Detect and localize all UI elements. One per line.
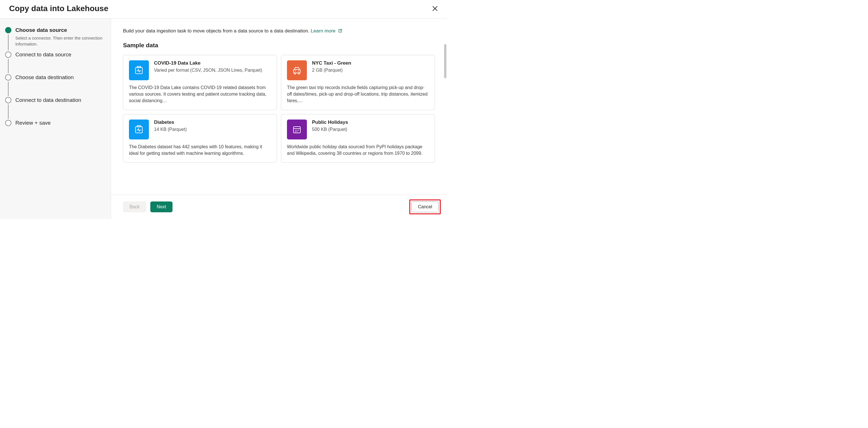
card-subtitle: 14 KB (Parquet) <box>154 126 187 133</box>
card-nyc-taxi-green[interactable]: NYC Taxi - Green 2 GB (Parquet) The gree… <box>281 55 435 110</box>
step-choose-data-source[interactable]: Choose data source Select a connector. T… <box>5 27 105 52</box>
sample-data-cards: COVID-19 Data Lake Varied per format (CS… <box>123 55 435 163</box>
cancel-highlight: Cancel <box>409 199 441 214</box>
step-connect-data-source[interactable]: Connect to data source <box>5 52 105 74</box>
dialog-title: Copy data into Lakehouse <box>9 4 108 13</box>
card-subtitle: Varied per format (CSV, JSON, JSON Lines… <box>154 67 262 73</box>
card-public-holidays[interactable]: Public Holidays 500 KB (Parquet) Worldwi… <box>281 114 435 163</box>
svg-point-12 <box>295 131 296 132</box>
step-choose-data-destination[interactable]: Choose data destination <box>5 74 105 97</box>
wizard-steps-sidebar: Choose data source Select a connector. T… <box>0 19 111 219</box>
back-button[interactable]: Back <box>123 201 146 212</box>
step-dot-icon <box>5 97 11 103</box>
svg-point-10 <box>297 130 298 131</box>
step-title: Choose data destination <box>16 74 74 80</box>
next-button[interactable]: Next <box>150 201 173 212</box>
health-pulse-icon <box>129 60 149 80</box>
svg-point-9 <box>295 130 296 131</box>
svg-point-2 <box>294 73 296 74</box>
card-diabetes[interactable]: Diabetes 14 KB (Parquet) The Diabetes da… <box>123 114 277 163</box>
cancel-button[interactable]: Cancel <box>411 201 439 212</box>
taxi-icon <box>287 60 307 80</box>
step-dot-icon <box>5 120 11 126</box>
svg-point-3 <box>298 73 300 74</box>
svg-point-11 <box>298 130 299 131</box>
card-description: The Diabetes dataset has 442 samples wit… <box>129 143 271 157</box>
card-description: The COVID-19 Data Lake contains COVID-19… <box>129 84 271 104</box>
step-title: Choose data source <box>16 27 105 33</box>
intro-text: Build your data ingestion task to move o… <box>123 28 435 34</box>
step-title: Review + save <box>16 120 51 126</box>
card-title: COVID-19 Data Lake <box>154 60 262 66</box>
step-connect-data-destination[interactable]: Connect to data destination <box>5 97 105 120</box>
health-pulse-icon <box>129 120 149 139</box>
main-content: Build your data ingestion task to move o… <box>111 19 447 219</box>
scrollbar[interactable] <box>444 44 446 195</box>
step-dot-active-icon <box>5 27 11 33</box>
card-description: The green taxi trip records include fiel… <box>287 84 429 104</box>
step-title: Connect to data destination <box>16 97 81 103</box>
step-review-save[interactable]: Review + save <box>5 120 105 126</box>
card-subtitle: 500 KB (Parquet) <box>312 126 348 133</box>
card-covid-19-data-lake[interactable]: COVID-19 Data Lake Varied per format (CS… <box>123 55 277 110</box>
step-title: Connect to data source <box>16 52 71 58</box>
step-description: Select a connector. Then enter the conne… <box>16 35 105 47</box>
learn-more-link[interactable]: Learn more <box>311 28 343 34</box>
card-title: Public Holidays <box>312 120 348 125</box>
step-dot-icon <box>5 52 11 58</box>
step-dot-icon <box>5 74 11 80</box>
card-title: Diabetes <box>154 120 187 125</box>
dialog-header: Copy data into Lakehouse <box>0 0 447 19</box>
close-icon <box>432 6 438 11</box>
svg-point-13 <box>297 131 298 132</box>
external-link-icon <box>338 29 342 34</box>
card-description: Worldwide public holiday data sourced fr… <box>287 143 429 157</box>
card-title: NYC Taxi - Green <box>312 60 351 66</box>
card-subtitle: 2 GB (Parquet) <box>312 67 351 73</box>
close-button[interactable] <box>431 5 439 12</box>
calendar-icon <box>287 120 307 139</box>
section-title-sample-data: Sample data <box>123 42 435 49</box>
svg-rect-1 <box>293 69 300 73</box>
wizard-footer: Back Next Cancel <box>111 195 447 219</box>
